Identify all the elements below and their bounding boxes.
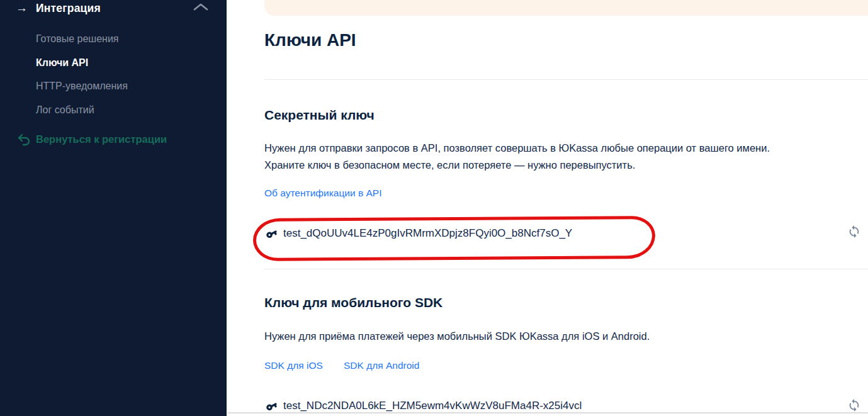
sidebar-section-title: Интеграция (36, 2, 101, 15)
section-title-secret-key: Секретный ключ (264, 108, 375, 123)
chevron-up-icon[interactable] (193, 3, 209, 14)
secret-key-description-line2: Храните ключ в безопасном месте, если по… (264, 157, 868, 174)
sdk-ios-link[interactable]: SDK для iOS (264, 360, 323, 371)
sdk-key-description: Нужен для приёма платежей через мобильны… (264, 328, 868, 345)
refresh-icon (847, 225, 861, 239)
sidebar: → Интеграция Готовые решения Ключи API H… (0, 0, 227, 416)
back-to-registration-link[interactable]: Вернуться к регистрации (0, 132, 227, 150)
sdk-key-value: test_NDc2NDA0L6kE_HZM5ewm4vKwWzV8uFMa4R-… (283, 400, 582, 412)
sdk-android-link[interactable]: SDK для Android (344, 360, 419, 371)
sidebar-item-ready-solutions[interactable]: Готовые решения (36, 33, 119, 45)
page: → Интеграция Готовые решения Ключи API H… (0, 0, 868, 416)
reissue-sdk-key-button[interactable] (847, 398, 862, 413)
page-title: Ключи API (264, 30, 356, 50)
sidebar-item-http-notifications[interactable]: HTTP-уведомления (36, 81, 128, 92)
divider (228, 412, 868, 413)
auth-api-link[interactable]: Об аутентификации в API (264, 188, 381, 199)
arrow-right-icon: → (16, 1, 28, 15)
back-to-registration-label: Вернуться к регистрации (36, 133, 167, 145)
divider (264, 79, 868, 80)
divider (264, 269, 868, 269)
key-icon (266, 228, 278, 242)
secret-key-description: Нужен для отправки запросов в API, позво… (264, 140, 868, 174)
secret-key-description-line1: Нужен для отправки запросов в API, позво… (264, 140, 868, 157)
sidebar-item-api-keys[interactable]: Ключи API (36, 57, 88, 69)
sidebar-item-event-log[interactable]: Лог событий (36, 104, 94, 116)
sidebar-section-integration[interactable]: → Интеграция (0, 0, 227, 21)
top-banner (264, 0, 868, 16)
reissue-secret-key-button[interactable] (847, 225, 862, 240)
refresh-icon (847, 398, 861, 412)
secret-key-value: test_dQoUUv4LE4zP0gIvRMrmXDpjz8FQyi0O_b8… (283, 227, 572, 240)
section-title-sdk-key: Ключ для мобильного SDK (264, 295, 442, 310)
undo-icon (17, 133, 31, 149)
